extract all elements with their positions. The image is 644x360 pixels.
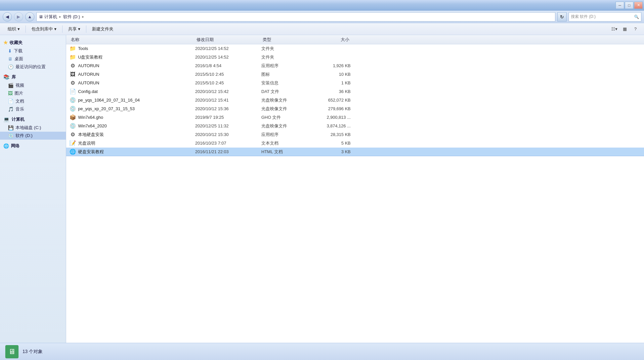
library-header[interactable]: 📚 库 [0,73,66,81]
status-count: 13 个对象 [22,349,43,355]
organize-label: 组织 [8,26,16,32]
file-type-icon: 💿 [69,106,76,112]
table-row[interactable]: ⚙ AUTORUN 2015/5/10 2:45 安装信息 1 KB [66,79,644,87]
column-type[interactable]: 类型 [261,36,311,43]
table-row[interactable]: 💿 Win7x64_2020 2020/12/25 11:32 光盘映像文件 3… [66,122,644,130]
library-icon: 📚 [3,74,10,80]
view-button[interactable]: ☷▾ [610,24,619,34]
file-name-cell: 💿 pe_yqs_1064_20_07_31_16_04 [69,97,195,104]
video-icon: 🎬 [8,83,14,88]
column-name[interactable]: 名称 [69,36,195,43]
favorites-header[interactable]: ★ 收藏夹 [0,38,66,47]
network-icon: 🌐 [3,143,9,149]
sidebar-item-desktop[interactable]: 🖥 桌面 [0,55,66,63]
toolbar: 组织 ▾ 包含到库中 ▾ 共享 ▾ 新建文件夹 ☷▾ ▦ ? [0,23,644,35]
breadcrumb-sep-2: ► [81,15,85,19]
table-row[interactable]: 📦 Win7x64.gho 2019/9/7 19:25 GHO 文件 2,90… [66,113,644,122]
download-label: 下载 [14,48,22,54]
file-name-cell: ⚙ 本地硬盘安装 [69,131,195,138]
column-size[interactable]: 大小 [311,36,351,43]
close-button[interactable]: ✕ [634,2,643,9]
file-name: pe_yqs_1064_20_07_31_16_04 [78,98,140,103]
search-placeholder: 搜索 软件 (D:) [571,14,596,20]
include-button[interactable]: 包含到库中 ▾ [28,24,60,34]
table-row[interactable]: 💿 pe_yqs_1064_20_07_31_16_04 2020/10/12 … [66,96,644,105]
computer-header[interactable]: 💻 计算机 [0,115,66,124]
desktop-icon: 🖥 [8,56,13,62]
table-row[interactable]: 📝 光盘说明 2016/10/23 7:07 文本文档 5 KB [66,139,644,148]
back-button[interactable]: ◀ [3,12,12,22]
library-section: 📚 库 🎬 视频 🖼 图片 📄 文档 🎵 音乐 [0,73,66,113]
table-row[interactable]: ⚙ AUTORUN 2016/1/8 4:54 应用程序 1,926 KB [66,62,644,70]
share-chevron-icon: ▾ [78,26,80,31]
network-section: 🌐 网络 [0,142,66,150]
file-name: AUTORUN [78,80,99,85]
file-type-icon: 🖼 [69,71,76,78]
file-size-cell: 3 KB [311,149,351,154]
main-area: ★ 收藏夹 ⬇ 下载 🖥 桌面 🕐 最近访问的位置 📚 库 🎬 [0,35,644,343]
share-label: 共享 [68,26,77,32]
forward-button[interactable]: ▶ [14,12,23,22]
breadcrumb-sep-1: ► [59,15,62,19]
image-icon: 🖼 [8,91,13,96]
table-row[interactable]: 📁 U盘安装教程 2020/12/25 14:52 文件夹 [66,53,644,62]
sidebar-item-recent[interactable]: 🕐 最近访问的位置 [0,63,66,71]
table-row[interactable]: 💿 pe_yqs_xp_20_07_31_15_53 2020/10/12 15… [66,105,644,113]
file-type-icon: 📁 [69,45,76,52]
video-label: 视频 [16,82,24,88]
minimize-button[interactable]: ─ [616,2,624,9]
breadcrumb-computer[interactable]: 计算机 [44,14,57,20]
maximize-button[interactable]: □ [625,2,633,9]
breadcrumb[interactable]: 🖥 计算机 ► 软件 (D:) ► [36,12,555,22]
help-button[interactable]: ? [631,24,640,34]
sidebar-item-doc[interactable]: 📄 文档 [0,97,66,105]
refresh-button[interactable]: ↻ [557,12,567,22]
share-button[interactable]: 共享 ▾ [64,24,84,34]
sidebar: ★ 收藏夹 ⬇ 下载 🖥 桌面 🕐 最近访问的位置 📚 库 🎬 [0,35,66,343]
file-name: U盘安装教程 [78,54,103,60]
music-icon: 🎵 [8,107,14,112]
file-name: 硬盘安装教程 [78,149,104,155]
breadcrumb-drive[interactable]: 软件 (D:) [63,14,80,20]
address-bar: ◀ ▶ ▲ 🖥 计算机 ► 软件 (D:) ► ↻ 搜索 软件 (D:) 🔍 [0,11,644,23]
sidebar-item-image[interactable]: 🖼 图片 [0,89,66,97]
file-size-cell: 3,874,126 ... [311,123,351,128]
table-row[interactable]: 📁 Tools 2020/12/25 14:52 文件夹 [66,44,644,53]
favorites-section: ★ 收藏夹 ⬇ 下载 🖥 桌面 🕐 最近访问的位置 [0,38,66,71]
sidebar-item-drive-c[interactable]: 💾 本地磁盘 (C:) [0,124,66,132]
computer-section: 💻 计算机 💾 本地磁盘 (C:) 💿 软件 (D:) [0,115,66,140]
sidebar-item-video[interactable]: 🎬 视频 [0,81,66,89]
file-date-cell: 2019/9/7 19:25 [195,115,261,120]
file-size-cell: 1,926 KB [311,63,351,68]
file-name-cell: 📁 Tools [69,45,195,52]
file-type-icon: 💿 [69,123,76,129]
column-date[interactable]: 修改日期 [195,36,261,43]
table-row[interactable]: 🖼 AUTORUN 2015/5/10 2:45 图标 10 KB [66,70,644,79]
up-button[interactable]: ▲ [25,12,34,22]
file-name-cell: 💿 Win7x64_2020 [69,123,195,129]
sidebar-item-drive-d[interactable]: 💿 软件 (D:) [0,132,66,140]
file-type-icon: 🌐 [69,149,76,155]
new-folder-button[interactable]: 新建文件夹 [88,24,117,34]
file-size-cell: 36 KB [311,89,351,94]
library-label: 库 [12,74,16,80]
preview-button[interactable]: ▦ [620,24,629,34]
file-size-cell: 28,315 KB [311,132,351,137]
organize-button[interactable]: 组织 ▾ [4,24,23,34]
file-name: Win7x64.gho [78,115,103,120]
table-row[interactable]: 🌐 硬盘安装教程 2016/11/21 22:03 HTML 文档 3 KB [66,148,644,156]
file-date-cell: 2020/10/12 15:30 [195,132,261,137]
file-name-cell: 🖼 AUTORUN [69,71,195,78]
pc-icon: 💻 [3,116,10,122]
sidebar-item-music[interactable]: 🎵 音乐 [0,105,66,113]
doc-icon: 📄 [8,99,14,104]
table-row[interactable]: 📄 Config.dat 2020/10/12 15:42 DAT 文件 36 … [66,87,644,96]
file-date-cell: 2020/10/12 15:36 [195,106,261,111]
search-box[interactable]: 搜索 软件 (D:) 🔍 [569,12,641,22]
file-type-icon: 💿 [69,97,76,104]
search-icon: 🔍 [634,15,639,19]
network-header[interactable]: 🌐 网络 [0,142,66,150]
table-row[interactable]: ⚙ 本地硬盘安装 2020/10/12 15:30 应用程序 28,315 KB [66,130,644,139]
music-label: 音乐 [16,106,24,112]
sidebar-item-download[interactable]: ⬇ 下载 [0,47,66,55]
